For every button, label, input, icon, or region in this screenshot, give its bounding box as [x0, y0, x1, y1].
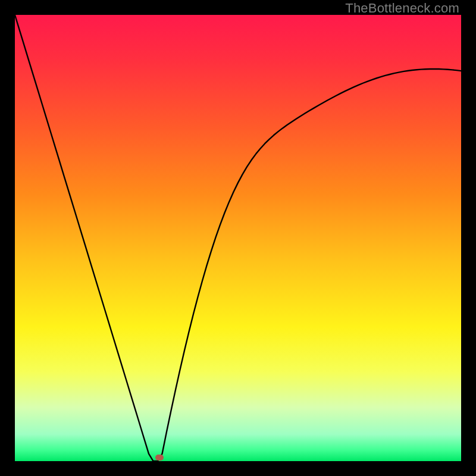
bottleneck-chart — [15, 15, 461, 461]
chart-frame — [15, 15, 461, 461]
gradient-background — [15, 15, 461, 461]
optimal-point-marker — [155, 455, 164, 461]
watermark-text: TheBottleneck.com — [345, 1, 459, 16]
